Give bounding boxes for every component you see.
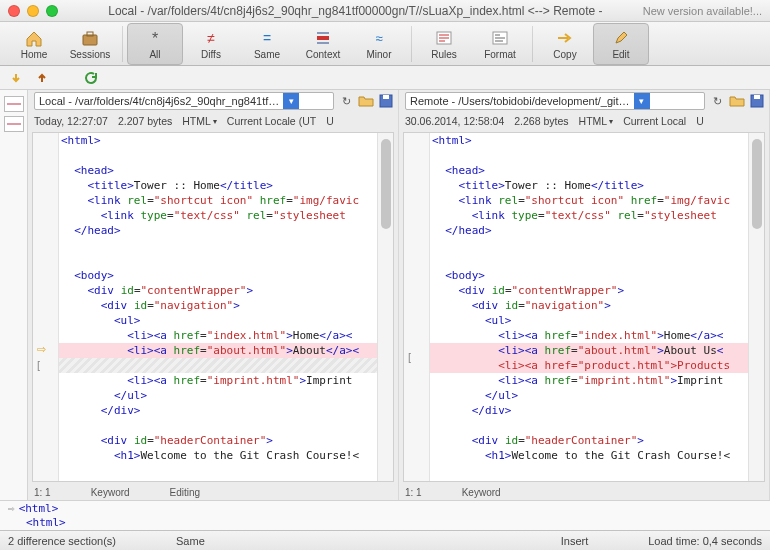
lang-select[interactable]: HTML▾	[182, 115, 217, 127]
code-line[interactable]	[59, 358, 377, 373]
save-icon[interactable]	[378, 93, 394, 109]
code-line[interactable]: </ul>	[59, 388, 377, 403]
code-line[interactable]	[59, 253, 377, 268]
scrollbar[interactable]	[748, 133, 764, 481]
code-line[interactable]: </div>	[59, 403, 377, 418]
same-button[interactable]: = Same	[239, 23, 295, 65]
code-line[interactable]: <div id="contentWrapper">	[430, 283, 748, 298]
code-line[interactable]: <li><a href="index.html">Home</a><	[430, 328, 748, 343]
code-line[interactable]: <div id="headerContainer">	[430, 433, 748, 448]
code-line[interactable]	[430, 238, 748, 253]
code-line[interactable]: <title>Tower :: Home</title>	[59, 178, 377, 193]
close-icon[interactable]	[8, 5, 20, 17]
code-line[interactable]: <li><a href="product.html">Products	[430, 358, 748, 373]
svg-text:=: =	[263, 30, 271, 46]
code-line[interactable]: <div id="headerContainer">	[59, 433, 377, 448]
code-line[interactable]: <link rel="shortcut icon" href="img/favi…	[430, 193, 748, 208]
svg-rect-14	[754, 95, 760, 99]
code-line[interactable]: <ul>	[59, 313, 377, 328]
edit-button[interactable]: Edit	[593, 23, 649, 65]
arrow-icon: ⇨	[8, 502, 15, 515]
home-button[interactable]: Home	[6, 23, 62, 65]
context-button[interactable]: Context	[295, 23, 351, 65]
code-line[interactable]: <html>	[430, 133, 748, 148]
code-line[interactable]: <body>	[430, 268, 748, 283]
code-line[interactable]: <head>	[59, 163, 377, 178]
minimize-icon[interactable]	[27, 5, 39, 17]
code-line[interactable]: <body>	[59, 268, 377, 283]
sessions-button[interactable]: Sessions	[62, 23, 118, 65]
folder-open-icon[interactable]	[729, 93, 745, 109]
code-line[interactable]: </head>	[430, 223, 748, 238]
code-line[interactable]: <li><a href="about.html">About</a><	[59, 343, 377, 358]
rules-button[interactable]: Rules	[416, 23, 472, 65]
code-line[interactable]: <link rel="shortcut icon" href="img/favi…	[59, 193, 377, 208]
code-line[interactable]	[59, 148, 377, 163]
code-line[interactable]: <link type="text/css" rel="stylesheet	[59, 208, 377, 223]
copy-button[interactable]: Copy	[537, 23, 593, 65]
encoding-select[interactable]: Current Locale (UT	[227, 115, 316, 127]
code-line[interactable]: <div id="contentWrapper">	[59, 283, 377, 298]
left-path-field[interactable]: Local - /var/folders/4t/cn8j4j6s2_90qhr_…	[34, 92, 334, 110]
chevron-down-icon[interactable]: ▾	[634, 93, 650, 109]
code-line[interactable]: <ul>	[430, 313, 748, 328]
page-thumbnail[interactable]	[4, 116, 24, 132]
arrow-right-icon	[556, 28, 574, 48]
thumbnail-strip	[0, 90, 28, 500]
save-icon[interactable]	[749, 93, 765, 109]
right-editor[interactable]: [ <html> <head> <title>Tower :: Home</ti…	[403, 132, 765, 482]
prev-diff-up-icon[interactable]	[34, 70, 50, 86]
code-line[interactable]: </div>	[430, 403, 748, 418]
toolbar: Home Sessions * All ≠ Diffs = Same Conte…	[0, 22, 770, 66]
next-diff-down-icon[interactable]	[8, 70, 24, 86]
page-thumbnail[interactable]	[4, 96, 24, 112]
code-line[interactable]: <html>	[59, 133, 377, 148]
code-line[interactable]: <h1>Welcome to the Git Crash Course!<	[59, 448, 377, 463]
code-line[interactable]: <link type="text/css" rel="stylesheet	[430, 208, 748, 223]
bracket-icon: [	[37, 359, 40, 371]
code-line[interactable]: <li><a href="imprint.html">Imprint	[430, 373, 748, 388]
right-pane: Remote - /Users/tobidobi/development/_gi…	[399, 90, 770, 500]
code-line[interactable]: <li><a href="index.html">Home</a><	[59, 328, 377, 343]
diffs-button[interactable]: ≠ Diffs	[183, 23, 239, 65]
update-notice[interactable]: New version available!...	[643, 5, 762, 17]
code-line[interactable]: <li><a href="imprint.html">Imprint	[59, 373, 377, 388]
lang-select[interactable]: HTML▾	[579, 115, 614, 127]
right-path-field[interactable]: Remote - /Users/tobidobi/development/_gi…	[405, 92, 705, 110]
format-button[interactable]: Format	[472, 23, 528, 65]
format-icon	[491, 28, 509, 48]
code-line[interactable]: <head>	[430, 163, 748, 178]
encoding-select[interactable]: Current Local	[623, 115, 686, 127]
code-line[interactable]	[430, 148, 748, 163]
reload-icon[interactable]: ↻	[338, 93, 354, 109]
left-pane: Local - /var/folders/4t/cn8j4j6s2_90qhr_…	[28, 90, 399, 500]
left-gutter: ⇨ [	[33, 133, 59, 481]
reload-icon[interactable]: ↻	[709, 93, 725, 109]
minor-icon: ≈	[371, 28, 387, 48]
left-editor[interactable]: ⇨ [ <html> <head> <title>Tower :: Home</…	[32, 132, 394, 482]
all-button[interactable]: * All	[127, 23, 183, 65]
scrollbar[interactable]	[377, 133, 393, 481]
code-line[interactable]	[430, 418, 748, 433]
code-line[interactable]	[430, 253, 748, 268]
code-line[interactable]: <h1>Welcome to the Git Crash Course!<	[430, 448, 748, 463]
pencil-icon	[613, 28, 629, 48]
code-line[interactable]: </ul>	[430, 388, 748, 403]
svg-text:≈: ≈	[375, 31, 382, 46]
code-line[interactable]	[59, 418, 377, 433]
minor-button[interactable]: ≈ Minor	[351, 23, 407, 65]
code-line[interactable]	[59, 238, 377, 253]
svg-text:≠: ≠	[207, 30, 215, 46]
load-time: Load time: 0,4 seconds	[648, 535, 762, 547]
code-line[interactable]: <title>Tower :: Home</title>	[430, 178, 748, 193]
refresh-icon[interactable]	[82, 70, 98, 86]
titlebar: Local - /var/folders/4t/cn8j4j6s2_90qhr_…	[0, 0, 770, 22]
code-line[interactable]: <li><a href="about.html">About Us<	[430, 343, 748, 358]
folder-open-icon[interactable]	[358, 93, 374, 109]
code-line[interactable]: <div id="navigation">	[59, 298, 377, 313]
chevron-down-icon[interactable]: ▾	[283, 93, 299, 109]
zoom-icon[interactable]	[46, 5, 58, 17]
left-status: 1: 1KeywordEditing	[28, 484, 398, 500]
code-line[interactable]: </head>	[59, 223, 377, 238]
code-line[interactable]: <div id="navigation">	[430, 298, 748, 313]
